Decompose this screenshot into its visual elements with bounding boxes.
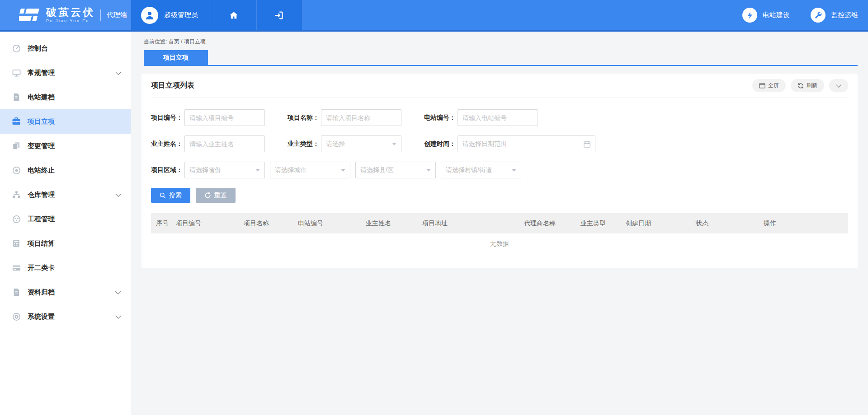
search-icon [160,192,166,199]
logo-icon [19,7,40,24]
chevron-down-icon [115,313,121,319]
create-time-label: 创建时间： [424,140,458,148]
project-name-label: 项目名称： [288,114,321,122]
calendar-icon [584,140,590,148]
breadcrumb: 当前位置: 首页 / 项目立项 [131,32,868,46]
caret-down-icon [426,169,431,172]
col-project-name: 项目名称 [239,219,293,228]
owner-name-input[interactable] [184,135,265,152]
collapse-button[interactable] [829,79,848,92]
user-name: 超级管理员 [164,11,198,19]
sidebar-item-engineering-mgmt[interactable]: 工程管理 [0,207,131,231]
caret-down-icon [392,143,396,145]
owner-type-select[interactable]: 请选择 [321,135,401,152]
app-title: 破茧云伏 [46,7,95,18]
chevron-down-icon [115,69,121,75]
col-create-date: 创建日期 [621,219,691,228]
breadcrumb-home-link[interactable]: 首页 [169,38,179,45]
settings-icon [12,312,21,321]
header-spacer [302,0,742,30]
nav-station-build[interactable]: 电站建设 [742,8,790,23]
user-avatar-icon [141,7,158,24]
fullscreen-icon [759,83,765,89]
nav-station-build-label: 电站建设 [763,11,790,19]
sidebar-item-console[interactable]: 控制台 [0,36,131,61]
filter-row-1: 项目编号： 项目名称： 电站编号： [151,109,848,126]
chevron-down-icon [115,289,121,294]
briefcase-icon [12,117,21,126]
sidebar-item-warehouse-mgmt[interactable]: 仓库管理 [0,182,131,207]
edition-badge: 代理端 [100,9,127,21]
nav-monitor-ops-label: 监控运维 [831,11,858,19]
county-select[interactable]: 请选择县/区 [355,162,436,178]
region-selects: 请选择省份 请选择城市 请选择县/区 请选择村镇/街道 [184,162,521,178]
station-no-label: 电站编号： [424,114,458,122]
fullscreen-button[interactable]: 全屏 [752,79,786,92]
gauge-icon [12,214,21,224]
create-time-daterange-picker[interactable]: 请选择日期范围 [458,135,595,152]
app-logo: 破茧云伏 Po Jian Yun Fu 代理端 [0,0,131,30]
sidebar-item-change-mgmt[interactable]: 变更管理 [0,134,131,158]
document-icon [12,93,21,102]
user-menu[interactable]: 超级管理员 [131,0,211,30]
reset-button[interactable]: 重置 [196,188,236,203]
nav-monitor-ops[interactable]: 监控运维 [811,8,858,23]
home-button[interactable] [211,0,257,30]
reset-icon [204,192,211,199]
sidebar-item-system-settings[interactable]: 系统设置 [0,304,131,329]
filter-actions: 搜索 重置 [151,188,848,203]
refresh-icon [797,83,804,89]
home-icon [229,10,239,20]
card-header: 项目立项列表 全屏 [151,74,848,98]
sidebar-item-project-initiation[interactable]: 项目立项 [0,109,131,134]
sign-out-icon [274,10,284,20]
col-actions: 操作 [759,219,848,228]
project-no-label: 项目编号： [151,114,184,122]
col-agent-name: 代理商名称 [519,219,576,228]
chevron-down-icon [836,82,841,87]
project-table: 序号 项目编号 项目名称 电站编号 业主姓名 项目地址 代理商名称 业主类型 创… [151,213,848,254]
city-select[interactable]: 请选择城市 [270,162,350,178]
filter-form: 项目编号： 项目名称： 电站编号： 业主姓名： 业主类型： [151,98,848,203]
sitemap-icon [12,190,21,199]
filter-row-3: 项目区域： 请选择省份 请选择城市 请选择县/区 请选 [151,162,848,178]
project-list-card: 项目立项列表 全屏 [142,74,858,268]
logout-button[interactable] [257,0,302,30]
owner-name-label: 业主姓名： [151,140,184,148]
table-header-row: 序号 项目编号 项目名称 电站编号 业主姓名 项目地址 代理商名称 业主类型 创… [151,213,848,233]
chevron-down-icon [115,191,121,197]
calculator-icon [12,239,21,248]
caret-down-icon [255,169,260,172]
sidebar-item-project-settlement[interactable]: 项目结算 [0,231,131,256]
sidebar-item-station-termination[interactable]: 电站终止 [0,158,131,182]
caret-down-icon [512,169,516,172]
station-no-input[interactable] [458,109,538,126]
col-station-no: 电站编号 [293,219,361,228]
province-select[interactable]: 请选择省份 [184,162,265,178]
region-label: 项目区域： [151,166,184,174]
col-project-address: 项目地址 [417,219,519,228]
project-name-input[interactable] [321,109,401,126]
col-seq: 序号 [151,219,171,228]
project-no-input[interactable] [184,109,265,126]
sidebar-item-station-archive[interactable]: 电站建档 [0,85,131,109]
card-toolbar: 全屏 刷新 [752,79,848,92]
sidebar-item-general-mgmt[interactable]: 常规管理 [0,61,131,85]
sidebar-item-data-archive[interactable]: 资料归档 [0,280,131,304]
wrench-icon [811,8,826,23]
main-content: 当前位置: 首页 / 项目立项 项目立项 项目立项列表 全屏 [131,32,868,415]
sidebar-item-open-class2-card[interactable]: 开二类卡 [0,256,131,280]
tab-project-initiation[interactable]: 项目立项 [144,50,208,65]
card-title: 项目立项列表 [151,81,194,90]
breadcrumb-separator: / [181,38,182,45]
col-project-no: 项目编号 [171,219,239,228]
credit-card-icon [12,263,21,272]
owner-type-label: 业主类型： [288,140,321,148]
sidebar: 控制台 常规管理 电站建档 项目立项 [0,32,131,415]
town-select[interactable]: 请选择村镇/街道 [441,162,521,178]
search-button[interactable]: 搜索 [151,188,190,203]
header-right-nav: 电站建设 监控运维 [742,0,868,30]
archive-icon [12,288,21,297]
filter-row-2: 业主姓名： 业主类型： 请选择 创建时间： 请选择日期范围 [151,135,848,152]
refresh-button[interactable]: 刷新 [791,79,824,92]
